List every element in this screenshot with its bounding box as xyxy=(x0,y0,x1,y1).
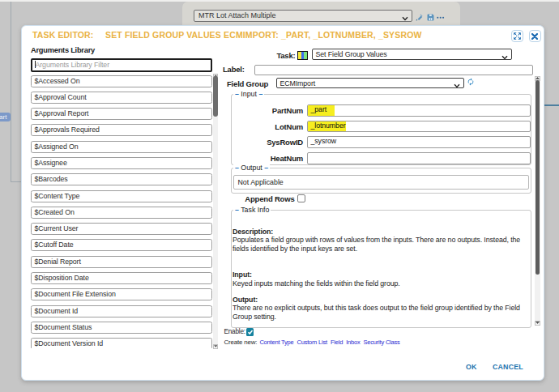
more-ellipsis-icon[interactable] xyxy=(437,16,445,19)
edit-pencil-icon[interactable] xyxy=(416,14,423,21)
field-group-label: Field Group xyxy=(227,79,268,88)
expand-icon xyxy=(514,32,521,40)
save-icon[interactable] xyxy=(427,14,434,21)
check-icon xyxy=(247,329,254,335)
list-item[interactable]: $Document File Extension xyxy=(31,288,212,300)
input-row-label: HeatNum xyxy=(271,154,303,163)
task-select[interactable]: Set Field Group Values xyxy=(312,49,513,61)
link-custom-list[interactable]: Custom List xyxy=(297,339,326,346)
task-description: Description: Populates a field group wit… xyxy=(233,228,531,254)
arguments-library-list: $Accessed On $Approval Count $Approval R… xyxy=(31,75,212,349)
filter-placeholder: Arguments Library Filter xyxy=(36,61,109,69)
enable-checkbox[interactable] xyxy=(246,328,254,336)
input-row-label: PartNum xyxy=(272,106,303,115)
workflow-select[interactable]: MTR Lot Attach Multiple xyxy=(194,10,412,22)
input-row-value[interactable]: _lotnumber xyxy=(307,121,531,133)
input-row-value[interactable]: _part xyxy=(307,104,531,117)
dialog-title: TASK EDITOR:SET FIELD GROUP VALUES ECMIM… xyxy=(32,30,422,40)
task-editor-dialog: TASK EDITOR:SET FIELD GROUP VALUES ECMIM… xyxy=(21,25,544,381)
expand-button[interactable] xyxy=(511,30,523,42)
list-item[interactable]: $Content Type xyxy=(31,190,212,202)
workflow-connector-vline xyxy=(11,2,11,182)
list-item[interactable]: $Current User xyxy=(31,223,212,235)
arguments-library-filter-input[interactable]: Arguments Library Filter xyxy=(31,58,212,72)
list-item[interactable]: $Document Status xyxy=(31,322,212,334)
field-group-icon xyxy=(297,51,308,60)
link-security-class[interactable]: Security Class xyxy=(364,339,400,346)
list-item[interactable]: $Denial Report xyxy=(31,256,212,268)
task-input-info: Input: Keyed inputs matching the fields … xyxy=(233,271,531,288)
output-legend: Output xyxy=(241,164,262,172)
field-group-select[interactable]: ECMImport xyxy=(276,78,464,89)
list-item[interactable]: $Document Id xyxy=(31,305,212,317)
workflow-select-value: MTR Lot Attach Multiple xyxy=(198,11,276,19)
list-item[interactable]: $Accessed On xyxy=(31,75,212,87)
cancel-button[interactable]: CANCEL xyxy=(493,363,523,371)
output-value: Not Applicable xyxy=(233,175,529,190)
label-label: Label: xyxy=(223,65,245,74)
arguments-library-heading: Arguments Library xyxy=(31,46,95,54)
arguments-list-scrollbar[interactable] xyxy=(213,74,219,349)
input-row-value[interactable] xyxy=(307,152,531,164)
link-inbox[interactable]: Inbox xyxy=(346,339,360,346)
refresh-icon[interactable] xyxy=(467,78,475,86)
append-rows-checkbox[interactable] xyxy=(297,194,305,202)
list-item[interactable]: $Approvals Required xyxy=(31,124,212,136)
task-label: Task: xyxy=(276,51,295,60)
list-item[interactable]: $Disposition Date xyxy=(31,272,212,284)
scrollbar-thumb[interactable] xyxy=(536,80,540,275)
workflow-connector-hline xyxy=(11,181,22,182)
list-item[interactable]: $Created On xyxy=(31,207,212,219)
append-rows-label: Append Rows xyxy=(245,194,294,203)
enable-label: Enable: xyxy=(224,328,245,335)
close-icon xyxy=(531,33,538,40)
list-item[interactable]: $Approval Report xyxy=(31,108,212,120)
panel-scrollbar[interactable] xyxy=(535,76,540,326)
scrollbar-thumb[interactable] xyxy=(213,76,218,117)
list-item[interactable]: $Approval Count xyxy=(31,92,212,104)
input-legend: Input xyxy=(241,90,257,98)
label-input[interactable] xyxy=(254,65,533,75)
input-row-value[interactable]: _sysrow xyxy=(307,136,531,148)
ok-button[interactable]: OK xyxy=(466,363,477,371)
create-new-row: Create new:Content TypeCustom ListFieldI… xyxy=(224,339,400,346)
input-row-label: LotNum xyxy=(275,122,303,131)
workflow-start-node: Start xyxy=(0,113,11,121)
task-output-info: Output: There are no explicit outputs, b… xyxy=(233,296,531,322)
link-field[interactable]: Field xyxy=(331,339,343,346)
input-row-label: SysRowID xyxy=(267,138,303,147)
chevron-down-icon xyxy=(402,14,408,24)
list-item[interactable]: $Assigned On xyxy=(31,141,212,153)
task-info-legend: Task Info xyxy=(241,206,269,214)
close-button[interactable] xyxy=(529,30,541,42)
list-item[interactable]: $Barcodes xyxy=(31,173,212,185)
screen: MTR Lot Attach Multiple Start TASK EDITO… xyxy=(0,0,559,392)
workflow-connector-blue xyxy=(544,104,559,106)
list-item[interactable]: $Cutoff Date xyxy=(31,239,212,251)
link-content-type[interactable]: Content Type xyxy=(259,339,293,346)
list-item[interactable]: $Assignee xyxy=(31,157,212,169)
create-new-label: Create new: xyxy=(224,339,258,346)
list-item[interactable]: $Document Version Id xyxy=(31,338,212,348)
